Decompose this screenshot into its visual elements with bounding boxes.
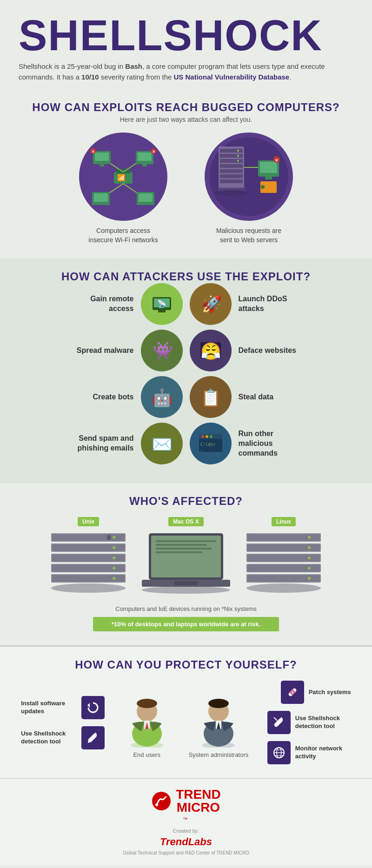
svg-point-106	[246, 583, 321, 593]
attacker-row-2: Spread malware 👾 😠 😤 Deface websit	[23, 330, 349, 371]
attacker-icons-pair-4: ✉️ C:\dir _	[141, 423, 232, 464]
trend-micro-icon	[151, 791, 172, 812]
svg-rect-89	[174, 581, 198, 585]
svg-rect-36	[260, 162, 277, 173]
protect-item-detection-left: Use Shellshock detection tool	[21, 726, 105, 749]
svg-point-81	[51, 583, 126, 593]
protect-icon-detection-right	[267, 711, 291, 734]
sys-admin-figure: System administrators	[189, 687, 249, 758]
protect-icon-monitor	[267, 741, 291, 764]
affected-title: WHO'S AFFECTED?	[14, 495, 358, 508]
sys-admin-label: System administrators	[189, 751, 249, 758]
svg-text:✕: ✕	[275, 158, 279, 163]
svg-point-71	[113, 546, 115, 549]
protect-title: HOW CAN YOU PROTECT YOURSELF?	[14, 658, 358, 671]
attacker-icon-bots: 🤖	[141, 376, 183, 418]
exploit-circle-wifi: ✕ ✕ 📶	[79, 133, 167, 221]
protect-section: HOW CAN YOU PROTECT YOURSELF? Install so…	[0, 645, 372, 778]
svg-rect-20	[139, 193, 153, 202]
attacker-row-1: Gain remote access 📡 🚀 Launch DDoS attac…	[23, 283, 349, 325]
svg-rect-18	[94, 193, 108, 202]
affected-note: Computers and IoE devices running on *Ni…	[14, 605, 358, 612]
svg-text:😤: 😤	[200, 341, 221, 361]
macos-svg	[140, 529, 232, 598]
svg-text:👾: 👾	[153, 340, 173, 360]
exploit-label-wifi: Computers access insecure Wi-Fi networks	[86, 226, 160, 245]
linux-label: Linux	[272, 517, 296, 526]
affected-servers: Unix	[14, 517, 358, 598]
trend-micro-sub: ™	[183, 816, 189, 822]
attacker-label-deface: Deface websites	[232, 346, 306, 356]
svg-rect-85	[156, 544, 207, 546]
exploits-circles: ✕ ✕ 📶 Computer	[14, 133, 358, 245]
created-by: Created by:	[173, 828, 199, 834]
svg-point-32	[237, 155, 239, 157]
svg-rect-86	[156, 548, 212, 550]
svg-marker-107	[87, 703, 90, 708]
svg-rect-27	[220, 164, 243, 168]
affected-section: WHO'S AFFECTED? Unix	[0, 483, 372, 645]
main-title: SHELLSHOCK	[19, 14, 353, 57]
protect-item-updates: Install software updates	[21, 696, 105, 719]
linux-server-stack: Linux	[242, 517, 326, 598]
trendlabs-sub: Global Technical Support and R&D Center …	[123, 850, 249, 855]
attacker-icon-ddos: 🚀	[190, 283, 232, 325]
svg-text:✕: ✕	[152, 150, 155, 154]
header-section: SHELLSHOCK Shellshock is a 25-year-old b…	[0, 0, 372, 92]
attacker-icons-pair-2: 👾 😠 😤	[141, 330, 232, 371]
trend-brand: TREND MICRO	[176, 788, 220, 814]
protect-text-patch: Patch systems	[309, 689, 351, 696]
sys-admin-avatar	[195, 687, 242, 748]
attacker-label-commands: Run other malicious commands	[232, 429, 306, 458]
protect-text-detection-right: Use Shellshock detection tool	[295, 715, 351, 730]
svg-point-43	[215, 190, 247, 196]
svg-text:📋: 📋	[200, 388, 221, 408]
svg-text:_: _	[200, 447, 203, 451]
svg-point-96	[308, 546, 311, 549]
svg-text:C:\dir: C:\dir	[200, 442, 216, 447]
attacker-icons-pair-3: 🤖 📋	[141, 376, 232, 418]
svg-point-80	[113, 577, 115, 580]
protect-item-detection-right: Use Shellshock detection tool	[267, 711, 351, 734]
svg-rect-67	[107, 535, 111, 540]
svg-line-125	[274, 717, 277, 721]
attacker-label-malware: Spread malware	[66, 346, 141, 356]
svg-rect-24	[220, 149, 243, 152]
exploit-item-wifi: ✕ ✕ 📶 Computer	[79, 133, 167, 245]
svg-point-33	[237, 160, 239, 162]
protect-item-monitor: Monitor network activity	[267, 741, 351, 764]
svg-point-31	[237, 150, 239, 152]
unix-server-stack: Unix	[46, 517, 130, 598]
attacker-label-bots: Create bots	[66, 392, 141, 402]
svg-rect-37	[265, 177, 272, 179]
attacker-label-spam: Send spam and phishing emails	[66, 434, 141, 453]
svg-point-60	[201, 435, 204, 438]
svg-rect-26	[220, 159, 243, 163]
svg-rect-87	[156, 551, 202, 553]
protect-text-updates: Install software updates	[21, 700, 77, 716]
protect-icon-updates	[81, 696, 105, 719]
attacker-icon-malware: 👾	[141, 330, 183, 371]
svg-point-132	[155, 803, 158, 806]
unix-label: Unix	[78, 517, 99, 526]
svg-point-118	[208, 699, 229, 708]
svg-rect-30	[220, 179, 243, 183]
svg-rect-29	[220, 174, 243, 178]
end-user-avatar	[124, 687, 170, 748]
svg-rect-14	[142, 164, 147, 166]
svg-point-93	[308, 536, 311, 539]
attacker-icon-steal: 📋	[190, 376, 232, 418]
svg-text:📡: 📡	[157, 299, 166, 308]
protect-persons: End users	[124, 687, 249, 758]
end-user-figure: End users	[124, 687, 170, 758]
exploits-section: HOW CAN EXPLOITS REACH BUGGED COMPUTERS?…	[0, 92, 372, 258]
attacker-icon-commands: C:\dir _	[190, 423, 232, 464]
protect-icon-detection-left	[81, 726, 105, 749]
svg-point-90	[142, 586, 230, 594]
footer-section: TREND MICRO ™ Created by: TrendLabs Glob…	[0, 778, 372, 865]
svg-point-41	[261, 185, 265, 189]
svg-point-131	[152, 792, 171, 810]
trendlabs-text: TrendLabs	[160, 836, 212, 848]
svg-rect-2	[116, 169, 130, 173]
svg-point-61	[206, 435, 208, 438]
